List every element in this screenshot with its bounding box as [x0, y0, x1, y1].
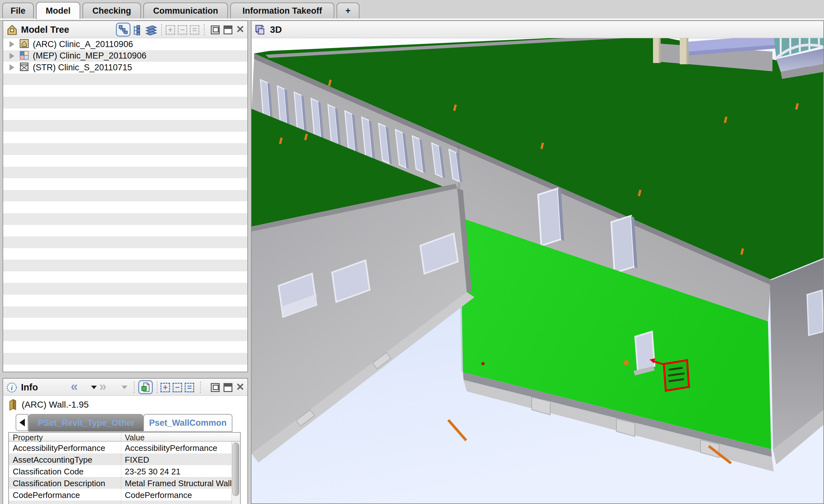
- table-row[interactable]: [9, 501, 240, 504]
- layers-icon[interactable]: [145, 24, 157, 36]
- table-row[interactable]: CodePerformanceCodePerformance: [9, 489, 240, 501]
- tree-empty-row: [3, 365, 247, 372]
- tree-empty-row: [3, 260, 247, 271]
- select-minus-icon[interactable]: −: [173, 383, 182, 392]
- tree-empty-row: [3, 318, 247, 330]
- table-row[interactable]: AssetAccountingTypeFIXED: [9, 454, 240, 465]
- tab-pset-wallcommon[interactable]: Pset_WallCommon: [143, 414, 232, 432]
- history-back-icon[interactable]: «: [71, 379, 78, 393]
- right-wall-window: [807, 290, 823, 335]
- architectural-model-icon: [19, 39, 29, 50]
- tree-item-label: (MEP) Clinic_MEP_20110906: [33, 51, 146, 61]
- property-value: CodePerformance: [125, 490, 192, 500]
- tab-model[interactable]: Model: [36, 2, 80, 19]
- tab-pset-revit-type-other[interactable]: PSet_Revit_Type_Other: [28, 414, 143, 432]
- model-tree-house-icon: [6, 24, 18, 36]
- close-panel-icon[interactable]: ✕: [236, 382, 244, 392]
- toolbar-separator: [204, 24, 205, 35]
- toolbar-separator: [134, 381, 135, 393]
- maximize-window-icon[interactable]: [223, 25, 232, 34]
- table-scrollbar[interactable]: [231, 442, 240, 504]
- tab-checking[interactable]: Checking: [83, 3, 141, 18]
- tabbar-substrip: [0, 18, 824, 21]
- 3d-view-panel: 3D: [251, 20, 824, 504]
- tree-empty-row: [3, 213, 247, 225]
- scrollbar-thumb[interactable]: [232, 443, 239, 496]
- tab-[interactable]: +: [336, 3, 359, 18]
- property-name: Classification Code: [13, 467, 84, 477]
- tab-scroll-left-button[interactable]: [16, 414, 28, 431]
- info-header: i Info « » + − = ✕: [3, 379, 247, 396]
- tree-empty-row: [3, 236, 247, 248]
- tab-file[interactable]: File: [2, 3, 34, 18]
- table-row[interactable]: (ARC) Clinic_A_20110906: [3, 38, 247, 50]
- application-window: FileModelCheckingCommunicationInformatio…: [0, 0, 824, 504]
- select-set-icon[interactable]: =: [185, 383, 194, 392]
- property-name: CodePerformance: [13, 490, 80, 500]
- tree-empty-row: [3, 74, 247, 85]
- select-plus-icon[interactable]: +: [161, 383, 170, 392]
- tree-empty-row: [3, 341, 247, 353]
- report-page-icon[interactable]: [138, 380, 153, 394]
- small-red-dot: [482, 362, 485, 365]
- select-set-icon[interactable]: =: [190, 25, 199, 35]
- model-tree-list: (ARC) Clinic_A_20110906(MEP) Clinic_MEP_…: [3, 38, 247, 372]
- expand-arrow-icon[interactable]: [10, 41, 14, 47]
- table-row[interactable]: (MEP) Clinic_MEP_20110906: [3, 50, 247, 62]
- tab-communication[interactable]: Communication: [143, 3, 228, 18]
- tree-empty-row: [3, 353, 247, 365]
- tree-empty-row: [3, 178, 247, 190]
- left-arrow-icon: [19, 419, 25, 426]
- history-forward-icon[interactable]: »: [99, 379, 106, 393]
- structural-model-icon: [19, 62, 29, 73]
- tree-empty-row: [3, 202, 247, 213]
- select-minus-icon[interactable]: −: [178, 25, 187, 35]
- restore-window-icon[interactable]: [211, 25, 220, 34]
- tree-empty-row: [3, 330, 247, 342]
- expand-arrow-icon[interactable]: [10, 53, 14, 59]
- restore-window-icon[interactable]: [211, 383, 220, 392]
- selected-object-label: (ARC) Wall.-1.95: [22, 400, 89, 410]
- tree-item-label: (ARC) Clinic_A_20110906: [33, 39, 133, 49]
- selected-object-row: (ARC) Wall.-1.95: [3, 396, 247, 413]
- select-plus-icon[interactable]: +: [166, 25, 175, 35]
- table-row[interactable]: Classification Code23-25 30 24 21: [9, 465, 240, 477]
- column-divider[interactable]: [121, 433, 121, 441]
- forward-dropdown-icon[interactable]: [122, 386, 127, 389]
- clash-dot: [624, 360, 629, 365]
- table-row[interactable]: Classification DescriptionMetal Framed S…: [9, 477, 240, 489]
- column-divider: [121, 454, 121, 465]
- 3d-view-title: 3D: [270, 24, 282, 35]
- info-panel: i Info « » + − = ✕: [3, 378, 248, 504]
- 3d-view-header: 3D: [251, 21, 823, 38]
- tree-empty-row: [3, 109, 247, 120]
- column-divider: [121, 477, 121, 489]
- property-value: FIXED: [125, 455, 149, 465]
- toolbar-separator: [157, 381, 158, 393]
- tree-empty-row: [3, 143, 247, 155]
- wall-object-icon: [8, 398, 18, 410]
- maximize-window-icon[interactable]: [223, 383, 232, 392]
- model-tree-panel: Model Tree: [3, 20, 248, 372]
- property-value: Metal Framed Structural Walls: [125, 479, 236, 488]
- tree-empty-row: [3, 225, 247, 237]
- back-dropdown-icon[interactable]: [91, 386, 97, 389]
- expand-arrow-icon[interactable]: [10, 64, 14, 71]
- tab-information-takeoff[interactable]: Information Takeoff: [230, 3, 334, 18]
- mep-model-icon: [19, 50, 29, 61]
- tree-hierarchy-icon[interactable]: [116, 23, 130, 36]
- tree-empty-row: [3, 190, 247, 202]
- tree-empty-row: [3, 248, 247, 260]
- 3d-canvas[interactable]: [251, 38, 824, 504]
- table-row[interactable]: (STR) Clinic_S_20110715: [3, 62, 247, 74]
- column-header-property: Property: [13, 433, 43, 442]
- tree-empty-row: [3, 295, 247, 306]
- tree-empty-row: [3, 97, 247, 109]
- info-circle-icon: i: [6, 382, 17, 393]
- flat-list-icon[interactable]: [132, 25, 142, 35]
- svg-text:i: i: [11, 384, 13, 391]
- close-panel-icon[interactable]: ✕: [236, 24, 244, 34]
- main-tab-bar: FileModelCheckingCommunicationInformatio…: [0, 0, 824, 18]
- table-row[interactable]: AccessibilityPerformanceAccessibilityPer…: [9, 442, 240, 454]
- property-table: Property Value AccessibilityPerformanceA…: [8, 432, 241, 504]
